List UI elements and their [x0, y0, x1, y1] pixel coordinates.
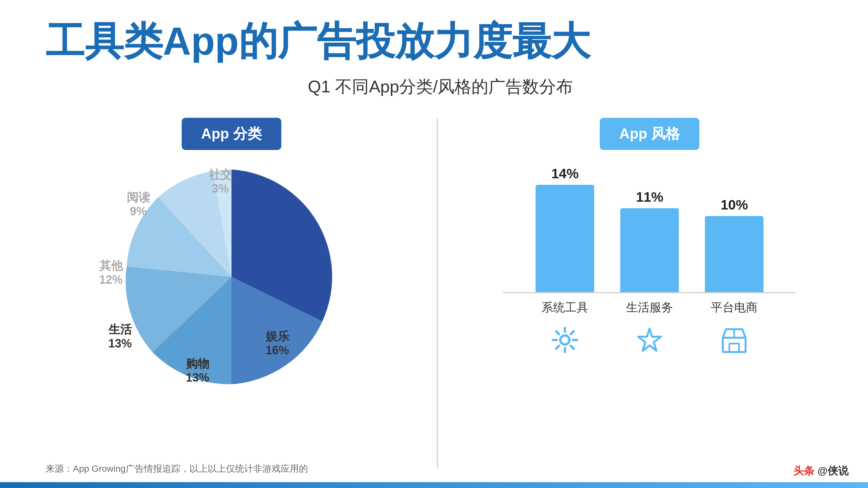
watermark: 头条 @侠说	[794, 464, 848, 478]
main-title: 工具类App的广告投放力度最大	[45, 20, 835, 62]
bar-rect-system-tools	[535, 185, 594, 292]
pie-chart-svg	[118, 163, 345, 391]
bar-label-ecommerce: 平台电商	[705, 300, 764, 316]
svg-point-0	[560, 335, 569, 345]
bar-pct-ecommerce: 10%	[720, 197, 748, 213]
svg-rect-13	[729, 344, 739, 352]
svg-marker-9	[638, 329, 661, 351]
bottom-bar	[0, 482, 868, 488]
bar-icon-row	[503, 325, 796, 361]
svg-line-5	[556, 331, 559, 334]
bar-item-life-service: 11%	[620, 189, 679, 292]
bar-pct-life-service: 11%	[636, 189, 663, 205]
bar-rect-life-service	[620, 208, 679, 292]
bar-rect-ecommerce	[705, 216, 764, 292]
gear-icon	[535, 325, 594, 361]
star-icon	[620, 325, 679, 361]
svg-line-7	[571, 331, 574, 334]
svg-line-8	[556, 346, 559, 349]
subtitle: Q1 不同App分类/风格的广告数分布	[45, 75, 835, 98]
store-icon	[705, 325, 764, 361]
bar-item-system-tools: 14%	[535, 166, 594, 292]
svg-line-6	[571, 346, 574, 349]
source-note: 来源：App Growing广告情报追踪，以上以上仅统计非游戏应用的	[45, 463, 308, 475]
app-category-badge: App 分类	[182, 118, 281, 150]
charts-container: App 分类	[45, 118, 835, 468]
right-panel: App 风格 14% 11% 10%	[438, 118, 836, 468]
bar-labels-row: 系统工具 生活服务 平台电商	[503, 300, 796, 316]
bar-label-system-tools: 系统工具	[535, 300, 594, 316]
svg-rect-10	[723, 338, 746, 352]
bar-item-ecommerce: 10%	[705, 197, 764, 292]
bars-row: 14% 11% 10%	[503, 169, 796, 293]
pie-chart-wrapper: 工具 34% 娱乐 16% 购物 13% 生活	[118, 163, 345, 391]
bar-chart-area: 14% 11% 10%	[503, 169, 796, 361]
bar-pct-system-tools: 14%	[551, 166, 579, 182]
left-panel: App 分类	[45, 118, 438, 468]
page-container: 工具类App的广告投放力度最大 Q1 不同App分类/风格的广告数分布 App …	[0, 0, 868, 488]
bar-label-life-service: 生活服务	[620, 300, 679, 316]
app-style-badge: App 风格	[600, 118, 699, 150]
